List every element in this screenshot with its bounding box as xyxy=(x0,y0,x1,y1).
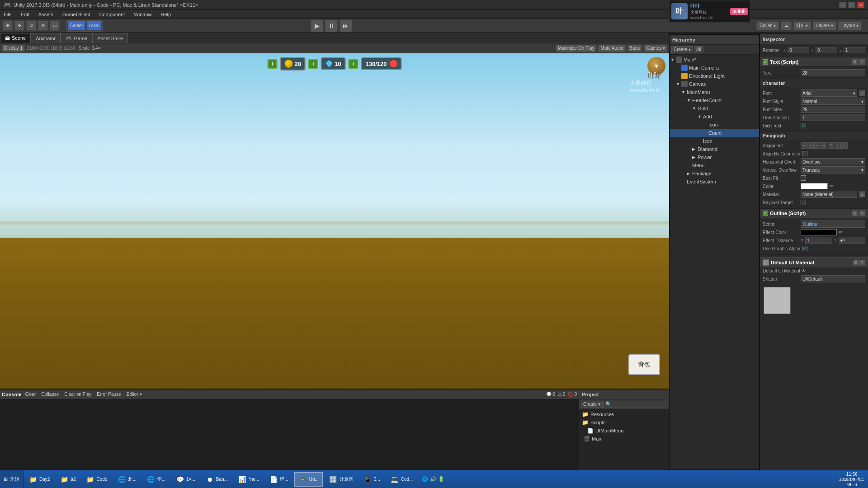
mute-audio-btn[interactable]: Mute Audio xyxy=(598,45,625,52)
start-button[interactable]: ⊞ 开始 xyxy=(0,470,24,488)
project-item-uimainmenu[interactable]: 📄 UIMainMenu xyxy=(580,427,668,435)
hierarchy-all-btn[interactable]: All xyxy=(694,46,703,53)
menu-file[interactable]: File xyxy=(2,12,14,17)
tab-asset-store[interactable]: Asset Store xyxy=(92,33,128,43)
effect-x-input[interactable] xyxy=(805,237,832,244)
minimize-button[interactable]: − xyxy=(839,2,846,8)
maximize-button[interactable]: □ xyxy=(848,2,855,8)
pivot-local-btn[interactable]: Local xyxy=(86,21,102,31)
hierarchy-item-package[interactable]: ▶ Package xyxy=(670,169,759,178)
hierarchy-item-power[interactable]: ▶ Power xyxy=(670,153,759,161)
taskbar-item-chat[interactable]: 💬 1×... xyxy=(171,472,199,487)
color-swatch[interactable] xyxy=(801,183,828,189)
hierarchy-create-btn[interactable]: Create ▾ xyxy=(671,46,693,53)
best-fit-checkbox[interactable] xyxy=(801,175,806,181)
account-button[interactable]: 叶叶▾ xyxy=(793,21,811,30)
hierarchy-item-eventsystem[interactable]: EventSystem xyxy=(670,178,759,186)
taskbar-item-unity[interactable]: 🎮 Un... xyxy=(294,472,323,487)
collapse-btn[interactable]: Collapse xyxy=(39,391,61,398)
raycast-checkbox[interactable] xyxy=(801,200,806,205)
script-ref[interactable]: Outline xyxy=(801,221,865,228)
taskbar-item-record[interactable]: ⏺ Ban... xyxy=(201,472,232,487)
v-overflow-dropdown[interactable]: Truncate ▾ xyxy=(801,166,865,174)
clear-on-play-btn[interactable]: Clear on Play xyxy=(62,391,93,398)
maximize-on-play-btn[interactable]: Maximize On Play xyxy=(556,45,597,52)
effect-color-swatch[interactable] xyxy=(801,229,837,235)
hierarchy-item-count[interactable]: Count xyxy=(670,129,759,137)
taskbar-item-web2[interactable]: 🌐 学... xyxy=(142,472,170,487)
material-dropdown[interactable]: None (Material) xyxy=(801,191,857,198)
hierarchy-item-headercount[interactable]: ▼ HeaderCount xyxy=(670,96,759,104)
hierarchy-item-dirlight[interactable]: Directional Light xyxy=(670,72,759,80)
play-button[interactable]: ▶ xyxy=(311,19,323,32)
project-create-btn[interactable]: Create ▾ xyxy=(581,401,603,408)
diamond-add-button[interactable]: + xyxy=(308,59,318,69)
align-middle-btn[interactable]: ⊥ xyxy=(835,142,841,149)
step-button[interactable]: ⏭ xyxy=(340,19,352,32)
taskbar-item-code[interactable]: 📁 Code xyxy=(81,472,111,487)
collab-button[interactable]: Collab ▾ xyxy=(756,21,779,30)
project-search[interactable]: 🔍 xyxy=(604,401,667,408)
align-top-btn[interactable]: ⊤ xyxy=(828,142,834,149)
close-button[interactable]: ✕ xyxy=(857,2,864,8)
clear-btn[interactable]: Clear xyxy=(23,391,38,398)
material-info-btn[interactable]: ? xyxy=(859,259,865,266)
hierarchy-item-gold[interactable]: ▼ Gold xyxy=(670,104,759,113)
text-value-input[interactable] xyxy=(801,69,865,76)
component-settings-btn[interactable]: ⚙ xyxy=(852,59,858,65)
transform-move-tool[interactable]: ✢ xyxy=(14,21,24,31)
transform-scale-tool[interactable]: ⊕ xyxy=(38,21,48,31)
menu-edit[interactable]: Edit xyxy=(19,12,31,17)
menu-help[interactable]: Help xyxy=(159,12,173,17)
taskbar-item-other[interactable]: 📱 0... xyxy=(359,472,384,487)
outline-settings-btn[interactable]: ⚙ xyxy=(852,210,858,216)
cloud-button[interactable]: ☁ xyxy=(781,21,792,30)
menu-component[interactable]: Component xyxy=(97,12,127,17)
menu-gameobject[interactable]: GameObject xyxy=(61,12,92,17)
project-item-main[interactable]: 🎬 Main xyxy=(580,435,668,443)
display-selector[interactable]: Display 1 xyxy=(2,45,25,52)
layout-button[interactable]: Layout ▾ xyxy=(838,21,862,30)
effect-color-edit-btn[interactable]: ✏ xyxy=(839,229,845,235)
font-ref-btn[interactable]: ⊙ xyxy=(859,90,865,96)
align-center-btn[interactable]: ≡ xyxy=(807,142,814,149)
shader-dropdown[interactable]: UI/Default xyxy=(801,275,865,282)
hierarchy-item-menu[interactable]: Menu xyxy=(670,161,759,169)
align-by-geo-checkbox[interactable] xyxy=(802,151,807,156)
h-overflow-dropdown[interactable]: Overflow ▾ xyxy=(801,158,865,165)
gold-add-button[interactable]: + xyxy=(268,59,278,69)
taskbar-item-excel[interactable]: 📊 *ne... xyxy=(234,472,263,487)
effect-y-input[interactable] xyxy=(839,237,865,244)
transform-hand-tool[interactable]: ✥ xyxy=(3,21,13,31)
tab-scene[interactable]: 🏔 Scene xyxy=(0,33,31,43)
hierarchy-item-maincamera[interactable]: Main Camera xyxy=(670,64,759,72)
taskbar-item-web1[interactable]: 🌐 北... xyxy=(113,472,140,487)
hierarchy-item-main[interactable]: ▼ Main* xyxy=(670,56,759,64)
taskbar-item-day2[interactable]: 📁 Day2 xyxy=(24,472,54,487)
pause-button[interactable]: ⏸ xyxy=(325,19,338,32)
hp-add-button[interactable]: + xyxy=(348,59,358,69)
hierarchy-item-mainmenu[interactable]: ▼ MainMenu xyxy=(670,88,759,96)
line-spacing-input[interactable] xyxy=(801,114,865,121)
use-alpha-checkbox[interactable] xyxy=(802,246,807,251)
hierarchy-item-icon2[interactable]: Icon xyxy=(670,137,759,145)
layers-button[interactable]: Layers ▾ xyxy=(813,21,836,30)
menu-window[interactable]: Window xyxy=(132,12,153,17)
rotation-y-input[interactable] xyxy=(816,47,837,53)
outline-enabled-checkbox[interactable]: ✓ xyxy=(763,211,768,216)
color-edit-btn[interactable]: ✏ xyxy=(830,183,836,189)
pivot-center-btn[interactable]: Center xyxy=(67,21,85,31)
stats-btn[interactable]: Stats xyxy=(627,45,642,52)
font-dropdown[interactable]: Arial ▾ xyxy=(801,89,857,97)
rich-text-checkbox[interactable] xyxy=(801,123,806,128)
taskbar-item-vscode[interactable]: 💻 Cod... xyxy=(386,472,417,487)
align-right-btn[interactable]: ≡ xyxy=(814,142,821,149)
material-settings-btn[interactable]: ⚙ xyxy=(853,259,859,266)
rotation-x-input[interactable] xyxy=(788,47,809,53)
material-ref-btn[interactable]: ⊙ xyxy=(859,191,865,197)
hierarchy-item-canvas[interactable]: ▼ Canvas xyxy=(670,80,759,88)
component-info-btn[interactable]: ? xyxy=(859,59,865,65)
hierarchy-item-icon1[interactable]: Icon xyxy=(670,121,759,129)
bag-button[interactable]: 背包 xyxy=(628,354,660,375)
taskbar-item-word[interactable]: 📄 理... xyxy=(265,472,292,487)
